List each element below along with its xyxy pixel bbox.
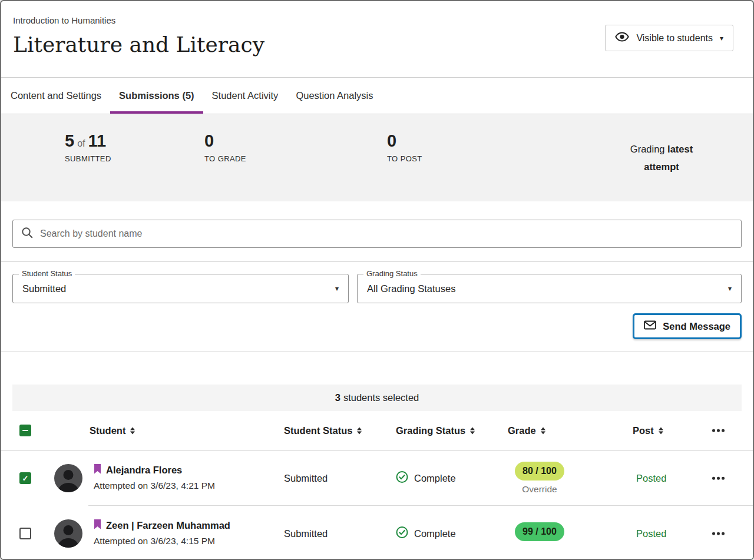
bookmark-icon — [94, 519, 101, 532]
override-label: Override — [505, 484, 574, 495]
row-checkbox[interactable] — [19, 472, 31, 484]
search-box — [12, 220, 742, 248]
column-header-student[interactable]: Student — [90, 425, 135, 436]
grading-note: Grading latest attempt — [620, 140, 703, 175]
stat-to-post-label: TO POST — [387, 154, 422, 163]
student-name[interactable]: Alejandra Flores — [94, 464, 215, 476]
selection-text: students selected — [343, 392, 419, 403]
post-status[interactable]: Posted — [636, 473, 666, 484]
student-status-select[interactable]: Student Status Submitted ▾ — [12, 274, 349, 303]
submissions-page: Introduction to Humanities Literature an… — [0, 0, 754, 560]
student-name[interactable]: Zeen | Farzeen Muhammad — [94, 519, 230, 532]
grade-pill[interactable]: 80 / 100 — [515, 462, 564, 481]
grading-status-value: All Grading Statuses — [367, 283, 455, 294]
search-section — [1, 201, 753, 262]
post-status[interactable]: Posted — [636, 528, 666, 539]
stats-bar: 5of11 SUBMITTED 0 TO GRADE 0 TO POST Gra… — [1, 114, 753, 201]
student-status-value: Submitted — [22, 283, 66, 294]
table-menu-button[interactable] — [711, 425, 726, 437]
attempted-timestamp: Attempted on 3/6/23, 4:21 PM — [94, 481, 215, 491]
complete-check-icon — [396, 471, 408, 486]
select-all-checkbox[interactable] — [19, 425, 31, 436]
sort-icon — [659, 427, 663, 434]
table-row: Alejandra Flores Attempted on 3/6/23, 4:… — [1, 450, 753, 506]
column-header-post[interactable]: Post — [633, 425, 663, 436]
sort-icon — [470, 427, 475, 434]
grading-status-select[interactable]: Grading Status All Grading Statuses ▾ — [357, 274, 742, 303]
table-row: Zeen | Farzeen Muhammad Attempted on 3/6… — [1, 506, 753, 560]
grade-pill[interactable]: 99 / 100 — [515, 522, 564, 541]
sort-icon — [130, 427, 135, 434]
bookmark-icon — [94, 464, 101, 476]
filter-section: Student Status Submitted ▾ Grading Statu… — [1, 262, 753, 352]
tab-content-and-settings[interactable]: Content and Settings — [11, 78, 110, 114]
row-menu-button[interactable] — [711, 472, 726, 485]
student-status-value: Submitted — [284, 473, 328, 484]
tab-student-activity[interactable]: Student Activity — [203, 78, 287, 114]
tab-bar: Content and Settings Submissions (5) Stu… — [1, 78, 753, 114]
stat-to-grade: 0 TO GRADE — [204, 132, 246, 163]
chevron-down-icon: ▾ — [335, 285, 339, 292]
envelope-icon — [644, 320, 656, 332]
tab-question-analysis[interactable]: Question Analysis — [287, 78, 382, 114]
stat-submitted-label: SUBMITTED — [65, 154, 111, 163]
avatar — [54, 519, 82, 548]
column-header-student-status[interactable]: Student Status — [284, 425, 362, 436]
stat-submitted-value: 5of11 — [65, 132, 111, 150]
course-name: Introduction to Humanities — [13, 15, 741, 25]
tab-submissions[interactable]: Submissions (5) — [110, 78, 203, 114]
avatar — [54, 464, 82, 492]
submissions-table: 3 students selected Student Student Stat… — [1, 352, 753, 560]
complete-check-icon — [396, 526, 408, 541]
selection-count: 3 — [335, 392, 340, 403]
eye-icon — [615, 32, 629, 44]
column-header-grade[interactable]: Grade — [508, 425, 545, 436]
grading-status-cell: Complete — [396, 471, 456, 486]
student-status-value: Submitted — [284, 528, 328, 539]
visible-to-students-button[interactable]: Visible to students ▾ — [605, 25, 733, 51]
table-header-row: Student Student Status Grading Status Gr… — [1, 411, 753, 450]
attempted-timestamp: Attempted on 3/6/23, 4:15 PM — [94, 536, 230, 546]
page-header: Introduction to Humanities Literature an… — [1, 1, 753, 78]
grading-status-label: Grading Status — [363, 269, 421, 278]
visibility-label: Visible to students — [636, 33, 713, 44]
stat-to-grade-value: 0 — [204, 132, 246, 150]
search-icon — [21, 227, 33, 241]
stat-to-post: 0 TO POST — [387, 132, 422, 163]
chevron-down-icon: ▾ — [728, 285, 732, 292]
row-checkbox[interactable] — [19, 528, 31, 539]
column-header-grading-status[interactable]: Grading Status — [396, 425, 475, 436]
chevron-down-icon: ▾ — [720, 35, 723, 42]
grading-status-value: Complete — [414, 528, 456, 539]
selection-summary: 3 students selected — [12, 385, 742, 411]
student-status-label: Student Status — [19, 269, 75, 278]
stat-to-post-value: 0 — [387, 132, 422, 150]
sort-icon — [541, 427, 545, 434]
search-input[interactable] — [40, 228, 733, 239]
row-menu-button[interactable] — [711, 528, 726, 540]
sort-icon — [357, 427, 362, 434]
send-message-button[interactable]: Send Message — [633, 313, 742, 339]
stat-submitted: 5of11 SUBMITTED — [65, 132, 111, 163]
grading-status-value: Complete — [414, 473, 456, 484]
grading-status-cell: Complete — [396, 526, 456, 541]
stat-to-grade-label: TO GRADE — [204, 154, 246, 163]
send-message-label: Send Message — [663, 321, 730, 332]
